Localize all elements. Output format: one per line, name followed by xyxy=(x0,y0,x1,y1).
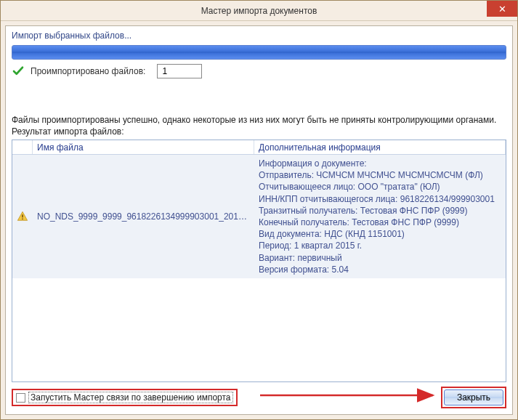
import-result-label: Результат импорта файлов: xyxy=(12,126,506,137)
table-header-info[interactable]: Дополнительная информация xyxy=(254,140,506,154)
import-count-field: 1 xyxy=(157,64,202,78)
main-panel: Импорт выбранных файлов... Проимпортиров… xyxy=(5,25,513,415)
launch-wizard-checkbox[interactable] xyxy=(16,393,25,403)
import-warning-text: Файлы проимпортированы успешно, однако н… xyxy=(12,115,506,125)
table-body: NO_NDS_9999_9999_9618226134999903001_201… xyxy=(12,155,506,381)
window-title: Мастер импорта документов xyxy=(201,6,317,16)
check-icon xyxy=(12,65,25,78)
results-table: Имя файла Дополнительная информация NO_N… xyxy=(12,140,506,382)
row-info: Информация о документе: Отправитель: ЧСМ… xyxy=(254,155,506,278)
table-row[interactable]: NO_NDS_9999_9999_9618226134999903001_201… xyxy=(12,155,506,278)
table-header-filename[interactable]: Имя файла xyxy=(33,140,254,154)
row-filename: NO_NDS_9999_9999_9618226134999903001_201… xyxy=(33,209,254,225)
import-progress-label: Импорт выбранных файлов... xyxy=(12,31,506,41)
content-area: Импорт выбранных файлов... Проимпортиров… xyxy=(1,21,517,419)
warning-icon xyxy=(17,211,28,222)
table-header: Имя файла Дополнительная информация xyxy=(12,140,506,155)
launch-wizard-checkbox-wrap[interactable]: Запустить Мастер связи по завершению имп… xyxy=(12,389,238,406)
svg-rect-1 xyxy=(22,219,23,219)
footer-bar: Запустить Мастер связи по завершению имп… xyxy=(12,387,506,408)
import-wizard-window: Мастер импорта документов ✕ Импорт выбра… xyxy=(0,0,518,420)
window-close-button[interactable]: ✕ xyxy=(487,1,517,17)
row-status-cell xyxy=(12,211,33,222)
launch-wizard-label: Запустить Мастер связи по завершению имп… xyxy=(28,392,233,403)
close-button-highlight: Закрыть xyxy=(441,387,506,408)
progress-bar xyxy=(12,45,506,60)
import-status-row: Проимпортировано файлов: 1 xyxy=(12,64,506,78)
table-header-status[interactable] xyxy=(12,140,33,154)
close-button[interactable]: Закрыть xyxy=(444,389,503,405)
svg-rect-0 xyxy=(22,214,23,217)
titlebar: Мастер импорта документов ✕ xyxy=(1,1,517,21)
close-icon: ✕ xyxy=(498,4,506,15)
close-button-label: Закрыть xyxy=(457,392,490,403)
import-status-text: Проимпортировано файлов: xyxy=(31,66,145,76)
